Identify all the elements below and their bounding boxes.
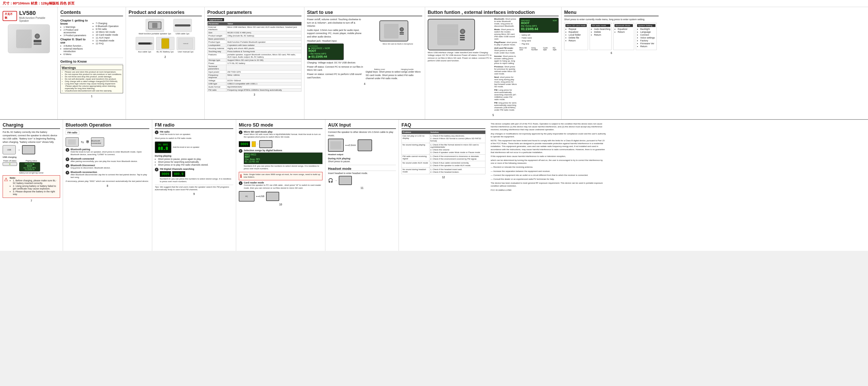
faq-title: FAQ: [401, 122, 486, 129]
sys-item-5: Firmware Ver: [640, 42, 655, 45]
play-track-info: 0001/0022▶: [20, 163, 39, 165]
headset-icon: 🎧: [328, 178, 333, 183]
power-off-icon: 🔋: [3, 162, 17, 166]
panel-parameters: Product parameters Appearance Parameter …: [205, 7, 304, 119]
msd-section-2: 2 Selection songs by digital buttons 000…: [239, 149, 322, 171]
playpause-label: Play/Pause:: [494, 41, 506, 43]
chapter1-item-3: 3 Product parameters: [63, 34, 91, 37]
sys-item-4: Factory: [640, 39, 655, 42]
bt-note1: If necessary, please play "0001" which c…: [66, 180, 149, 183]
accessory-0: Multi function portable speaker 1pc: [138, 19, 171, 35]
bt-connected-desc: After pairing successfully, you can play…: [70, 160, 138, 163]
msd-num-2: 2: [239, 149, 243, 153]
device-slot-icon: [259, 140, 272, 148]
param-name: Housing material: [208, 47, 226, 50]
param-value: [226, 65, 302, 70]
fcc-paragraph: This device complies with part 15 of the…: [491, 122, 606, 131]
bt-arrow: ⇆: [81, 140, 84, 144]
bt-label: Bluetooth:: [494, 18, 505, 20]
fm-radio-desc: Hold the knob to turn on speaker.: [160, 133, 191, 136]
param-name: Features: [208, 53, 226, 59]
param-value: 50Hz~18KHz: [226, 74, 302, 79]
accessory-label-0: Multi function portable speaker 1pc: [138, 33, 171, 35]
panel-microsd: Micro SD mode 1 Micro SD card music play…: [236, 120, 326, 251]
device-front-view: [379, 21, 408, 41]
faq-problem: Can not play or LCD no display: [402, 134, 430, 143]
chapter1-item-2: 2 Product and accessories: [63, 29, 91, 34]
msd-section-2-content: Selection songs by digital buttons 0001/…: [244, 149, 322, 171]
faq-row: No sound during headset mode1. Check if …: [402, 168, 486, 174]
param-value: Mp3/WMA/WAV: [226, 85, 302, 89]
speaker-illustration: [8, 24, 50, 53]
param-name: Basic parameters: [208, 37, 226, 41]
msd-display-row: 0009 →: [239, 140, 322, 148]
bt-num-4: 4: [66, 171, 69, 175]
fcc-paragraph: — Consult the dealer or an experienced r…: [491, 178, 606, 181]
fm-menu: FM radio mode Auto-Searching Delete Retu…: [590, 23, 612, 50]
device-labels-diagram: [428, 19, 480, 50]
product-subtitle: Multi-function Portable Speaker: [19, 16, 55, 22]
bt-connected-label: Bluetooth connected: [91, 140, 104, 144]
speaker-grill-icon: [384, 24, 399, 38]
param-name: FM radio: [208, 89, 226, 92]
param-row: Loudspeaker2 speakers with bass radiator: [208, 44, 302, 47]
microsd-menu-label: Micro SD card mode: [565, 24, 587, 27]
sys-item-2: Connect: [640, 34, 655, 36]
ms-item-1: Equalizer: [568, 31, 587, 33]
knob-icon: [400, 27, 404, 31]
power-off-label: Power off status: [3, 160, 17, 162]
device-diagram: Battery cover Hanging buckle Micro SD ca…: [374, 18, 413, 70]
msd-note-box: ℹ Note: Single folder can store 9999 son…: [239, 172, 322, 181]
during-aux-title: During AUX playing:: [328, 157, 396, 160]
fm1-label: FM:: [494, 89, 498, 91]
sys-item-6: Return: [640, 45, 655, 48]
main-container: 不见不散 LV580 Multi-function Portable Speak…: [0, 7, 868, 251]
right-item-4: 10 Card reader mode: [96, 34, 123, 36]
warning-0: Please use and store this product at roo…: [65, 71, 122, 73]
charging-desc: Charging: Voltage output: DC 5V USB devi…: [307, 61, 364, 65]
bt-desc: Bluetooth: Short press to enter Bluetoot…: [494, 18, 518, 27]
mode-desc: Mode: Short press to switch the modes am…: [494, 28, 518, 40]
param-name: USB type: [208, 82, 226, 85]
bt-disconnect-title: Bluetooth Disconnect: [70, 164, 111, 167]
param-value: 156g (include BL-5C battery): [226, 34, 302, 37]
right-item-7: 12 FAQ: [96, 42, 123, 45]
param-row: Audio formatMp3/WMA/WAV: [208, 85, 302, 89]
msd-section-3: 3 Card reader mode Connect the speaker t…: [239, 181, 322, 190]
msd-play-title: Micro SD card music play: [244, 131, 322, 133]
sys-item-3: Voice settings: [640, 36, 655, 39]
bt-num-2: 2: [66, 157, 69, 161]
faq-row: No sound under AUX mode1. Check if Aux c…: [402, 161, 486, 168]
faq-col-problem: Problem: [402, 131, 430, 134]
hold-knob-hint: Hold the knob to turn on speaker: [173, 146, 200, 149]
start-use-left: Power on/off, volume control: Touching c…: [307, 18, 364, 81]
fm2-desc: FM: long press for semi-automatically se…: [494, 102, 518, 111]
params-table: Parameter Value External interfacesMicro…: [207, 22, 302, 92]
fm-play-item-2: Short press or to play FM radio channels…: [158, 164, 233, 166]
product-logo-area: 不见不散 LV580 Multi-function Portable Speak…: [3, 10, 55, 22]
aux-text: Short press to enter mute under Aux mode…: [494, 49, 516, 54]
chapter2-items: 4 Button function , external interfaces …: [60, 44, 91, 56]
play-time-label: ← Play time: [519, 42, 559, 45]
contents-left: Chapter I: getting to know 1 Warnings 2 …: [60, 18, 91, 57]
charging-diagram: USB →: [3, 145, 60, 154]
power-desc: Power on/off, volume control: Touching c…: [307, 18, 364, 28]
bt-pairing-title: Bluetooth pairing: [70, 148, 149, 151]
power-off-desc: Power off status: Connect PC to remove o…: [307, 65, 364, 72]
param-name: Size: [208, 31, 226, 34]
panel-accessories: Product and accessories Multi function p…: [126, 7, 205, 119]
fcc-paragraph: — Reorient or relocate the receiving ant…: [491, 166, 606, 169]
card-reader-diagram: PC ⟷USB: [239, 191, 322, 202]
ms-item-2: Local folder: [568, 34, 587, 36]
note-title: Note:: [10, 177, 59, 179]
battery-cover-label: Battery cover: [374, 68, 385, 70]
msd-song-timer: 01:23/05:44: [245, 161, 321, 163]
speaker-grill-small: [68, 139, 76, 145]
lcd-label: Lcd Screen: [309, 45, 342, 47]
param-value: Press buttons & Turning knob: [226, 50, 302, 53]
bt-menu-label: Bluetooth Mode: [615, 24, 633, 27]
right-items: 7 Charging 8 Bluetooth Operation 9 FM ra…: [93, 22, 123, 45]
note-item-1: 2. Using wrong battery or battery failed…: [13, 185, 59, 190]
charging-note-box: ⚠ Note: 1. Before charging, please make …: [3, 175, 60, 198]
msd-display-1: 0009: [239, 141, 250, 147]
